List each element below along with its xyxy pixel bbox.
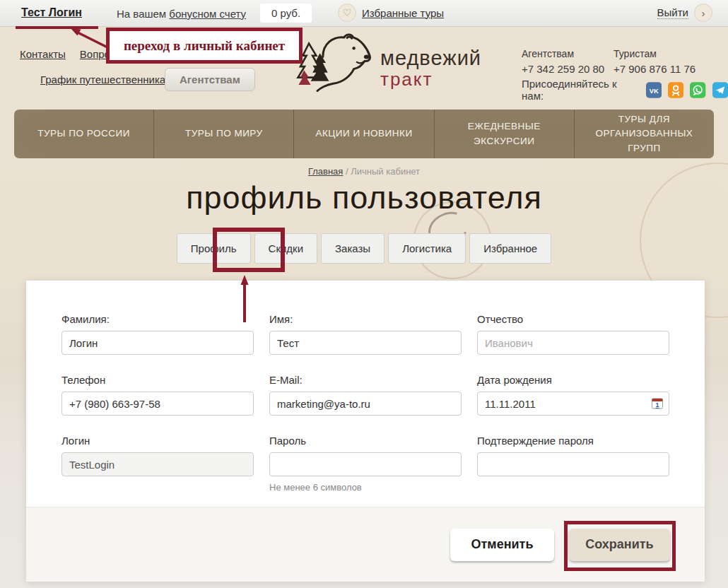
nav-item-group-tours[interactable]: ТУРЫ ДЛЯ ОРГАНИЗОВАННЫХ ГРУПП <box>574 110 714 158</box>
nav-item-tours-world[interactable]: ТУРЫ ПО МИРУ <box>153 110 293 158</box>
page-title: профиль пользователя <box>0 180 728 216</box>
nav-item-daily-excursions[interactable]: ЕЖЕДНЕВНЫЕ ЭКСКУРСИИ <box>434 110 574 158</box>
site-header: Контакты Вопросы График путешественника … <box>0 27 728 110</box>
bonus-text: На вашем бонусном счету <box>117 8 246 20</box>
surname-field: Фамилия: <box>61 313 254 355</box>
tab-orders[interactable]: Заказы <box>321 233 384 264</box>
cancel-button[interactable]: Отменить <box>450 529 554 561</box>
birthdate-field: Дата рождения 1 <box>477 374 669 416</box>
top-bar: Тест Логин На вашем бонусном счету 0 руб… <box>0 0 728 27</box>
patronymic-label: Отчество <box>477 313 669 325</box>
firstname-field: Имя: <box>269 313 462 355</box>
firstname-label: Имя: <box>269 313 462 325</box>
birthdate-label: Дата рождения <box>477 374 669 386</box>
login-label: Логин <box>61 435 254 447</box>
tab-profile[interactable]: Профиль <box>177 233 251 264</box>
password-input[interactable] <box>269 452 462 476</box>
nav-item-promotions[interactable]: АКЦИИ И НОВИНКИ <box>293 110 433 158</box>
breadcrumb-current: Личный кабинет <box>351 166 420 177</box>
social-label: Присоединяйтесь к нам: <box>522 78 638 102</box>
svg-text:VK: VK <box>649 87 658 94</box>
logo[interactable]: медвежий тракт <box>295 33 481 93</box>
email-input[interactable] <box>269 392 462 416</box>
agencies-button[interactable]: Агентствам <box>165 68 255 91</box>
surname-label: Фамилия: <box>61 313 254 325</box>
tourist-phone-block: Туристам +7 906 876 11 76 <box>613 48 695 75</box>
phone-input[interactable] <box>61 392 254 416</box>
surname-input[interactable] <box>61 331 254 355</box>
tourist-phone-label: Туристам <box>613 48 695 59</box>
breadcrumb: Главная / Личный кабинет <box>0 166 728 177</box>
email-field: E-Mail: <box>269 374 462 416</box>
password-label: Пароль <box>269 435 462 447</box>
agency-phone-label: Агентствам <box>522 48 604 59</box>
contacts-link[interactable]: Контакты <box>20 48 66 60</box>
agency-phone-number[interactable]: +7 342 259 20 80 <box>522 63 604 75</box>
logout-arrow-button[interactable]: › <box>694 4 712 22</box>
bonus-account-link[interactable]: бонусном счету <box>169 8 246 20</box>
questions-link[interactable]: Вопросы <box>80 48 123 60</box>
bonus-amount: 0 руб. <box>260 4 312 23</box>
profile-tabs: Профиль Скидки Заказы Логистика Избранно… <box>0 233 728 264</box>
nav-item-tours-russia[interactable]: ТУРЫ ПО РОССИИ <box>14 110 153 158</box>
logo-title: медвежий <box>380 47 481 70</box>
phone-field: Телефон <box>61 374 254 416</box>
password-field: Пароль Не менее 6 символов <box>269 435 462 493</box>
save-button[interactable]: Сохранить <box>569 529 670 561</box>
login-input <box>61 452 254 476</box>
patronymic-input[interactable] <box>477 331 669 355</box>
telegram-icon[interactable] <box>712 82 728 98</box>
firstname-input[interactable] <box>269 331 462 355</box>
breadcrumb-separator: / <box>346 166 348 177</box>
tab-favorites[interactable]: Избранное <box>469 233 551 264</box>
breadcrumb-home-link[interactable]: Главная <box>308 166 343 177</box>
birthdate-input[interactable] <box>477 392 669 416</box>
whatsapp-icon[interactable] <box>690 82 705 98</box>
password-hint: Не менее 6 символов <box>269 482 462 493</box>
password-confirm-field: Подтверждение пароля <box>477 435 669 493</box>
main-nav: ТУРЫ ПО РОССИИ ТУРЫ ПО МИРУ АКЦИИ И НОВИ… <box>14 110 714 158</box>
favorites-link[interactable]: Избранные туры <box>362 7 444 19</box>
password-confirm-label: Подтверждение пароля <box>477 435 669 447</box>
user-name-link[interactable]: Тест Логин <box>21 6 82 19</box>
tab-discounts[interactable]: Скидки <box>254 233 317 264</box>
bonus-prefix: На вашем <box>117 8 166 20</box>
email-label: E-Mail: <box>269 374 462 386</box>
profile-form-panel: Фамилия: Имя: Отчество Телефон E-Mail: Д… <box>26 281 705 582</box>
tab-logistics[interactable]: Логистика <box>388 233 466 264</box>
page: Тест Логин На вашем бонусном счету 0 руб… <box>0 0 728 588</box>
tourist-phone-number[interactable]: +7 906 876 11 76 <box>613 63 695 75</box>
bear-logo-icon <box>295 33 375 93</box>
svg-text:1: 1 <box>655 401 659 408</box>
traveler-schedule-link[interactable]: График путешественника <box>40 74 165 86</box>
odnoklassniki-icon[interactable] <box>668 82 683 98</box>
calendar-icon[interactable]: 1 <box>652 398 663 409</box>
logout-link[interactable]: Выйти <box>657 6 688 19</box>
heart-icon[interactable]: ♡ <box>338 4 356 22</box>
logo-subtitle: тракт <box>380 69 481 90</box>
login-field: Логин <box>61 435 254 493</box>
password-confirm-input[interactable] <box>477 452 669 476</box>
phone-label: Телефон <box>61 374 254 386</box>
agency-phone-block: Агентствам +7 342 259 20 80 <box>522 48 604 75</box>
patronymic-field: Отчество <box>477 313 669 355</box>
vk-icon[interactable]: VK <box>646 82 662 98</box>
form-footer: Отменить Сохранить <box>26 507 705 582</box>
